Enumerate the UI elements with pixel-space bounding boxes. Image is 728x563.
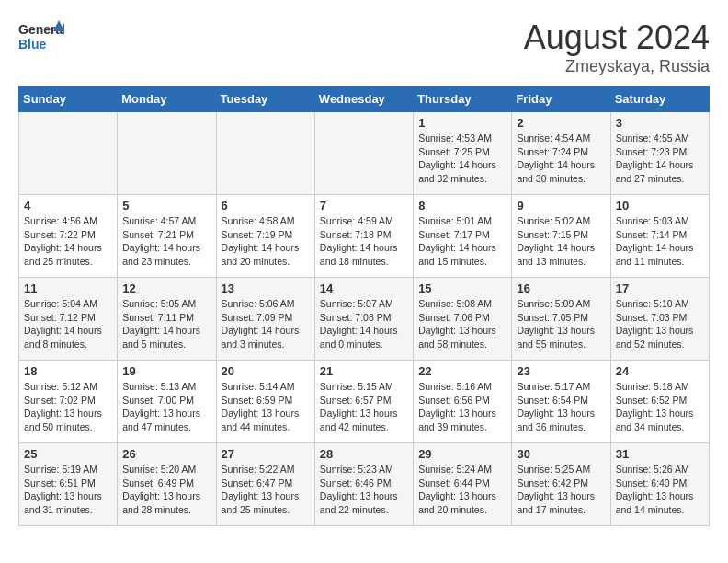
day-number-23: 23 xyxy=(517,364,605,378)
day-cell-empty xyxy=(118,112,216,195)
day-cell-22: 22Sunrise: 5:16 AM Sunset: 6:56 PM Dayli… xyxy=(414,361,512,443)
day-detail-14: Sunrise: 5:07 AM Sunset: 7:08 PM Dayligh… xyxy=(320,297,408,351)
day-cell-30: 30Sunrise: 5:25 AM Sunset: 6:42 PM Dayli… xyxy=(512,443,610,526)
day-cell-24: 24Sunrise: 5:18 AM Sunset: 6:52 PM Dayli… xyxy=(610,361,709,443)
day-number-29: 29 xyxy=(418,447,506,461)
day-detail-24: Sunrise: 5:18 AM Sunset: 6:52 PM Dayligh… xyxy=(616,380,704,434)
week-row-4: 18Sunrise: 5:12 AM Sunset: 7:02 PM Dayli… xyxy=(19,361,710,443)
day-detail-10: Sunrise: 5:03 AM Sunset: 7:14 PM Dayligh… xyxy=(616,214,704,269)
weekday-header-friday: Friday xyxy=(512,86,610,112)
day-detail-5: Sunrise: 4:57 AM Sunset: 7:21 PM Dayligh… xyxy=(122,214,210,269)
day-cell-empty xyxy=(19,112,118,195)
weekday-header-sunday: Sunday xyxy=(19,86,118,112)
day-detail-13: Sunrise: 5:06 AM Sunset: 7:09 PM Dayligh… xyxy=(222,297,310,351)
day-detail-7: Sunrise: 4:59 AM Sunset: 7:18 PM Dayligh… xyxy=(320,214,408,269)
day-cell-4: 4Sunrise: 4:56 AM Sunset: 7:22 PM Daylig… xyxy=(19,195,118,278)
day-detail-16: Sunrise: 5:09 AM Sunset: 7:05 PM Dayligh… xyxy=(517,297,605,351)
day-number-8: 8 xyxy=(418,199,506,213)
day-number-28: 28 xyxy=(320,447,408,461)
day-number-7: 7 xyxy=(320,199,408,213)
day-cell-11: 11Sunrise: 5:04 AM Sunset: 7:12 PM Dayli… xyxy=(19,278,118,361)
day-detail-26: Sunrise: 5:20 AM Sunset: 6:49 PM Dayligh… xyxy=(122,463,210,517)
day-number-9: 9 xyxy=(517,199,605,213)
day-cell-empty xyxy=(216,112,314,195)
day-number-15: 15 xyxy=(418,282,506,295)
day-cell-19: 19Sunrise: 5:13 AM Sunset: 7:00 PM Dayli… xyxy=(118,361,216,443)
logo: General Blue xyxy=(18,18,64,55)
day-cell-23: 23Sunrise: 5:17 AM Sunset: 6:54 PM Dayli… xyxy=(512,361,610,443)
day-detail-6: Sunrise: 4:58 AM Sunset: 7:19 PM Dayligh… xyxy=(222,214,310,269)
day-detail-19: Sunrise: 5:13 AM Sunset: 7:00 PM Dayligh… xyxy=(122,380,210,434)
day-cell-31: 31Sunrise: 5:26 AM Sunset: 6:40 PM Dayli… xyxy=(610,443,709,526)
day-detail-2: Sunrise: 4:54 AM Sunset: 7:24 PM Dayligh… xyxy=(517,132,605,186)
day-cell-7: 7Sunrise: 4:59 AM Sunset: 7:18 PM Daylig… xyxy=(314,195,413,278)
weekday-header-row: SundayMondayTuesdayWednesdayThursdayFrid… xyxy=(19,86,710,112)
day-cell-1: 1Sunrise: 4:53 AM Sunset: 7:25 PM Daylig… xyxy=(414,112,512,195)
day-cell-27: 27Sunrise: 5:22 AM Sunset: 6:47 PM Dayli… xyxy=(216,443,314,526)
day-number-16: 16 xyxy=(517,282,605,295)
day-detail-22: Sunrise: 5:16 AM Sunset: 6:56 PM Dayligh… xyxy=(418,380,506,434)
weekday-header-tuesday: Tuesday xyxy=(216,86,314,112)
day-detail-4: Sunrise: 4:56 AM Sunset: 7:22 PM Dayligh… xyxy=(24,214,112,269)
day-detail-31: Sunrise: 5:26 AM Sunset: 6:40 PM Dayligh… xyxy=(616,463,704,517)
week-row-1: 1Sunrise: 4:53 AM Sunset: 7:25 PM Daylig… xyxy=(19,112,710,195)
day-detail-27: Sunrise: 5:22 AM Sunset: 6:47 PM Dayligh… xyxy=(222,463,310,517)
day-number-31: 31 xyxy=(616,447,704,461)
day-number-2: 2 xyxy=(517,116,605,130)
day-detail-11: Sunrise: 5:04 AM Sunset: 7:12 PM Dayligh… xyxy=(24,297,112,351)
day-cell-28: 28Sunrise: 5:23 AM Sunset: 6:46 PM Dayli… xyxy=(314,443,413,526)
day-cell-6: 6Sunrise: 4:58 AM Sunset: 7:19 PM Daylig… xyxy=(216,195,314,278)
day-number-17: 17 xyxy=(616,282,704,295)
day-detail-30: Sunrise: 5:25 AM Sunset: 6:42 PM Dayligh… xyxy=(517,463,605,517)
day-number-25: 25 xyxy=(24,447,112,461)
day-detail-17: Sunrise: 5:10 AM Sunset: 7:03 PM Dayligh… xyxy=(616,297,704,351)
day-number-13: 13 xyxy=(222,282,310,295)
day-cell-14: 14Sunrise: 5:07 AM Sunset: 7:08 PM Dayli… xyxy=(314,278,413,361)
day-cell-empty xyxy=(314,112,413,195)
week-row-2: 4Sunrise: 4:56 AM Sunset: 7:22 PM Daylig… xyxy=(19,195,710,278)
day-number-5: 5 xyxy=(122,199,210,213)
day-number-30: 30 xyxy=(517,447,605,461)
weekday-header-wednesday: Wednesday xyxy=(314,86,413,112)
day-detail-12: Sunrise: 5:05 AM Sunset: 7:11 PM Dayligh… xyxy=(122,297,210,351)
day-cell-8: 8Sunrise: 5:01 AM Sunset: 7:17 PM Daylig… xyxy=(414,195,512,278)
day-detail-18: Sunrise: 5:12 AM Sunset: 7:02 PM Dayligh… xyxy=(24,380,112,434)
day-number-27: 27 xyxy=(222,447,310,461)
title-area: August 2024 Zmeyskaya, Russia xyxy=(524,18,710,76)
day-cell-5: 5Sunrise: 4:57 AM Sunset: 7:21 PM Daylig… xyxy=(118,195,216,278)
day-number-24: 24 xyxy=(616,364,704,378)
day-cell-9: 9Sunrise: 5:02 AM Sunset: 7:15 PM Daylig… xyxy=(512,195,610,278)
day-detail-21: Sunrise: 5:15 AM Sunset: 6:57 PM Dayligh… xyxy=(320,380,408,434)
day-cell-3: 3Sunrise: 4:55 AM Sunset: 7:23 PM Daylig… xyxy=(610,112,709,195)
day-cell-16: 16Sunrise: 5:09 AM Sunset: 7:05 PM Dayli… xyxy=(512,278,610,361)
day-cell-15: 15Sunrise: 5:08 AM Sunset: 7:06 PM Dayli… xyxy=(414,278,512,361)
day-cell-10: 10Sunrise: 5:03 AM Sunset: 7:14 PM Dayli… xyxy=(610,195,709,278)
day-cell-25: 25Sunrise: 5:19 AM Sunset: 6:51 PM Dayli… xyxy=(19,443,118,526)
weekday-header-saturday: Saturday xyxy=(610,86,709,112)
day-number-26: 26 xyxy=(122,447,210,461)
day-detail-25: Sunrise: 5:19 AM Sunset: 6:51 PM Dayligh… xyxy=(24,463,112,517)
week-row-3: 11Sunrise: 5:04 AM Sunset: 7:12 PM Dayli… xyxy=(19,278,710,361)
day-number-6: 6 xyxy=(222,199,310,213)
day-number-4: 4 xyxy=(24,199,112,213)
day-number-19: 19 xyxy=(122,364,210,378)
day-detail-28: Sunrise: 5:23 AM Sunset: 6:46 PM Dayligh… xyxy=(320,463,408,517)
day-cell-21: 21Sunrise: 5:15 AM Sunset: 6:57 PM Dayli… xyxy=(314,361,413,443)
calendar-table: SundayMondayTuesdayWednesdayThursdayFrid… xyxy=(18,86,710,526)
day-detail-3: Sunrise: 4:55 AM Sunset: 7:23 PM Dayligh… xyxy=(616,132,704,186)
day-detail-8: Sunrise: 5:01 AM Sunset: 7:17 PM Dayligh… xyxy=(418,214,506,269)
day-number-12: 12 xyxy=(122,282,210,295)
day-cell-18: 18Sunrise: 5:12 AM Sunset: 7:02 PM Dayli… xyxy=(19,361,118,443)
weekday-header-monday: Monday xyxy=(118,86,216,112)
day-number-21: 21 xyxy=(320,364,408,378)
day-cell-29: 29Sunrise: 5:24 AM Sunset: 6:44 PM Dayli… xyxy=(414,443,512,526)
day-number-11: 11 xyxy=(24,282,112,295)
day-detail-29: Sunrise: 5:24 AM Sunset: 6:44 PM Dayligh… xyxy=(418,463,506,517)
day-number-3: 3 xyxy=(616,116,704,130)
month-title: August 2024 xyxy=(524,18,710,57)
day-detail-23: Sunrise: 5:17 AM Sunset: 6:54 PM Dayligh… xyxy=(517,380,605,434)
day-cell-2: 2Sunrise: 4:54 AM Sunset: 7:24 PM Daylig… xyxy=(512,112,610,195)
location-title: Zmeyskaya, Russia xyxy=(524,57,710,76)
day-cell-26: 26Sunrise: 5:20 AM Sunset: 6:49 PM Dayli… xyxy=(118,443,216,526)
day-cell-13: 13Sunrise: 5:06 AM Sunset: 7:09 PM Dayli… xyxy=(216,278,314,361)
